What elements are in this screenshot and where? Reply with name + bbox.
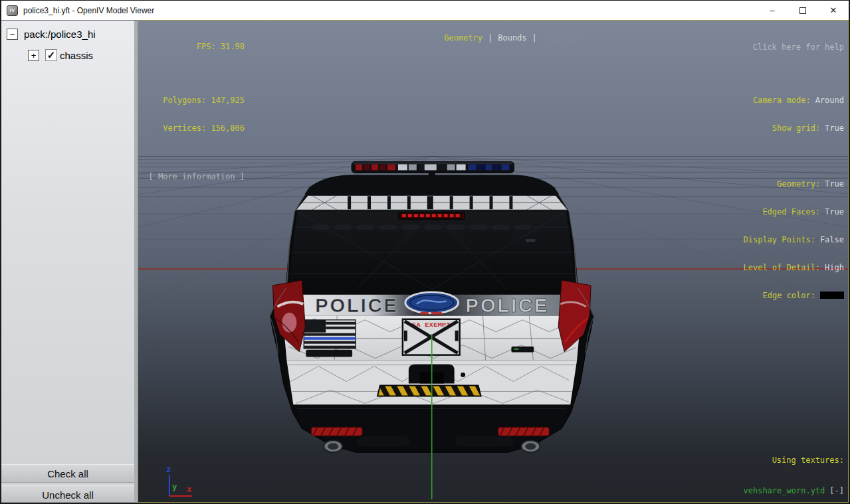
texture-name: vehshare_worn.ytd xyxy=(743,486,825,495)
small-red-badge xyxy=(421,312,442,315)
help-link[interactable]: Click here for help xyxy=(744,42,845,52)
light-bar-blue-segments xyxy=(469,164,510,170)
ford-logo xyxy=(405,292,459,313)
police-decal-band: POLICE POLICE xyxy=(282,292,581,316)
geometry-label: Geometry: xyxy=(777,179,820,189)
exhaust-tip-left xyxy=(324,440,342,452)
level-of-detail-label: Level of Detail: xyxy=(744,263,821,272)
check-all-button[interactable]: Check all xyxy=(1,464,134,483)
view-mode-tabs: Geometry|Bounds|Skeleton xyxy=(138,24,848,52)
camera-mode-setting[interactable]: Camera mode:Around xyxy=(744,96,845,105)
light-bar-red-segments xyxy=(356,164,395,170)
collapse-expander-icon[interactable]: − xyxy=(7,29,18,40)
polygons-readout: Polygons: 147,925 xyxy=(144,96,245,105)
model-tree: − pack:/police3_hi + ✓ chassis xyxy=(1,21,134,69)
display-points-setting[interactable]: Display Points:False xyxy=(744,235,845,244)
sidebar-spacer xyxy=(1,69,134,464)
police-decal-right: POLICE xyxy=(466,294,550,316)
license-plate-text: SA EXEMPT xyxy=(412,322,451,328)
window-controls: – ✕ xyxy=(757,1,849,20)
display-points-label: Display Points: xyxy=(744,235,815,244)
edge-color-swatch[interactable] xyxy=(820,292,844,299)
texture-item: vehshare_worn.ytd[-] xyxy=(738,485,844,497)
textures-overlay: Using textures: vehshare_worn.ytd[-] veh… xyxy=(738,436,844,503)
tab-bounds[interactable]: Bounds xyxy=(498,33,526,42)
gizmo-z-label: z xyxy=(166,464,171,474)
tree-node-chassis: + ✓ chassis xyxy=(1,48,134,62)
edge-color-label: Edge color: xyxy=(763,291,815,300)
gizmo-y-label: y xyxy=(172,481,177,491)
window-title: police3_hi.yft - OpenIV Model Viewer xyxy=(23,6,154,15)
close-button[interactable]: ✕ xyxy=(818,1,849,20)
tree-node-pack-label[interactable]: pack:/police3_hi xyxy=(24,29,96,40)
police-decal-left: POLICE xyxy=(315,294,399,316)
show-grid-label: Show grid: xyxy=(772,124,820,133)
rear-reflector-right xyxy=(498,427,549,436)
level-of-detail-setting[interactable]: Level of Detail:High xyxy=(744,263,845,272)
minimize-button[interactable]: – xyxy=(757,1,788,20)
geometry-value[interactable]: True xyxy=(825,179,844,189)
edge-color-setting[interactable]: Edge color: xyxy=(744,291,845,300)
edged-faces-setting[interactable]: Edged Faces:True xyxy=(744,207,845,216)
edged-faces-value[interactable]: True xyxy=(825,207,844,216)
gizmo-x-label: x xyxy=(187,484,192,494)
license-plate: SA EXEMPT xyxy=(403,319,460,355)
parking-sensor xyxy=(511,347,534,353)
display-points-value[interactable]: False xyxy=(820,235,844,244)
tailgate-vent xyxy=(306,350,352,357)
settings-overlay: Click here for help Camera mode:Around S… xyxy=(744,24,845,319)
geometry-setting[interactable]: Geometry:True xyxy=(744,179,845,189)
model-tree-sidebar: − pack:/police3_hi + ✓ chassis Check all… xyxy=(1,20,134,503)
show-grid-value[interactable]: True xyxy=(825,124,844,133)
axis-gizmo: z y x xyxy=(166,464,192,496)
roof-rack xyxy=(296,195,568,210)
textures-header: Using textures: xyxy=(738,454,844,466)
brake-light xyxy=(399,212,465,219)
camera-mode-value[interactable]: Around xyxy=(815,96,844,105)
app-icon: IV xyxy=(7,5,18,16)
level-of-detail-value[interactable]: High xyxy=(825,263,844,272)
tab-skeleton[interactable]: Skeleton xyxy=(542,33,581,42)
vertices-readout: Vertices: 156,806 xyxy=(144,124,245,133)
rear-window xyxy=(288,211,576,290)
tab-geometry[interactable]: Geometry xyxy=(444,33,482,42)
uncheck-all-button[interactable]: Uncheck all xyxy=(1,485,134,503)
rear-reflector-left xyxy=(311,427,362,436)
tab-separator: | xyxy=(488,33,492,42)
expand-expander-icon[interactable]: + xyxy=(28,50,39,61)
model-viewport-scene[interactable]: POLICE POLICE xyxy=(138,21,848,502)
show-grid-setting[interactable]: Show grid:True xyxy=(744,124,845,133)
titlebar[interactable]: IV police3_hi.yft - OpenIV Model Viewer … xyxy=(1,1,849,20)
tree-node-chassis-label[interactable]: chassis xyxy=(60,50,93,61)
thin-blue-line-stripe xyxy=(304,337,356,340)
tab-separator: | xyxy=(532,33,537,42)
chassis-checkbox[interactable]: ✓ xyxy=(45,49,57,61)
more-information-link[interactable]: [ More information ] xyxy=(144,172,245,181)
maximize-icon xyxy=(799,7,806,14)
camera-mode-label: Camera mode: xyxy=(753,96,811,105)
texture-collapse-toggle[interactable]: [-] xyxy=(829,486,844,495)
tree-node-pack: − pack:/police3_hi xyxy=(1,27,134,41)
maximize-button[interactable] xyxy=(788,1,818,20)
american-flag-sticker xyxy=(304,320,356,349)
exhaust-tip-right xyxy=(521,440,540,452)
app-window: IV police3_hi.yft - OpenIV Model Viewer … xyxy=(0,0,850,504)
roof-spoiler xyxy=(304,175,560,195)
hazard-chevron-decal xyxy=(377,385,481,396)
edged-faces-label: Edged Faces: xyxy=(762,207,820,216)
render-viewport[interactable]: POLICE POLICE xyxy=(138,20,849,503)
